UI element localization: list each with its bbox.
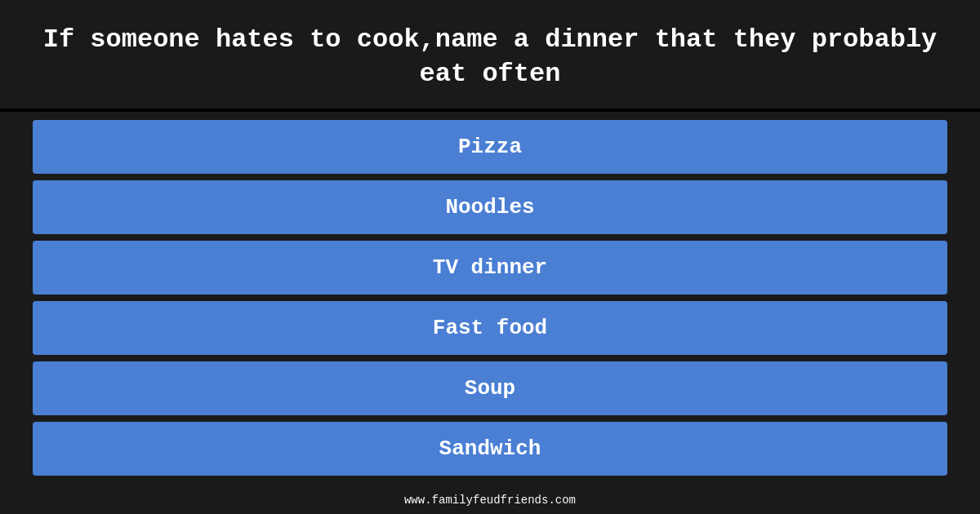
answer-button-6[interactable]: Sandwich bbox=[33, 422, 947, 476]
answer-text-5: Soup bbox=[465, 376, 515, 401]
answer-text-6: Sandwich bbox=[439, 436, 541, 461]
footer: www.familyfeudfriends.com bbox=[0, 486, 980, 514]
answer-button-4[interactable]: Fast food bbox=[33, 301, 947, 355]
header: If someone hates to cook,name a dinner t… bbox=[0, 0, 980, 109]
answer-button-2[interactable]: Noodles bbox=[33, 180, 947, 234]
answer-button-5[interactable]: Soup bbox=[33, 361, 947, 415]
answer-button-3[interactable]: TV dinner bbox=[33, 241, 947, 295]
answer-text-1: Pizza bbox=[458, 135, 522, 159]
question-title: If someone hates to cook,name a dinner t… bbox=[43, 24, 938, 89]
answer-text-4: Fast food bbox=[433, 316, 547, 340]
answer-button-1[interactable]: Pizza bbox=[33, 120, 947, 174]
answers-container: PizzaNoodlesTV dinnerFast foodSoupSandwi… bbox=[0, 112, 980, 486]
answer-text-3: TV dinner bbox=[433, 255, 547, 280]
answer-text-2: Noodles bbox=[445, 195, 534, 219]
footer-url: www.familyfeudfriends.com bbox=[404, 494, 576, 507]
